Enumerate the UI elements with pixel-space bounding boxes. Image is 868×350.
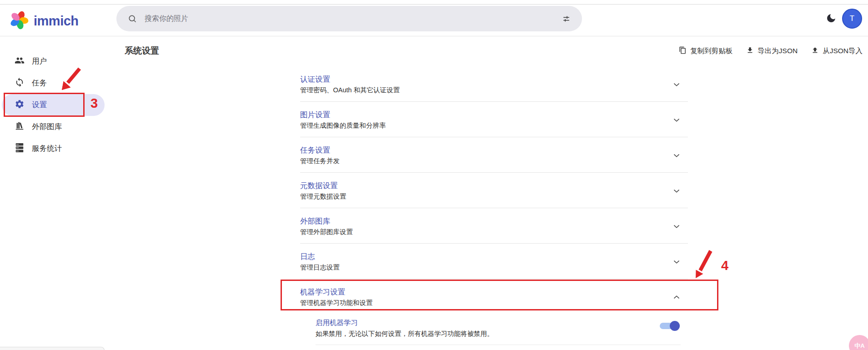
accordion-image-settings[interactable]: 图片设置 管理生成图像的质量和分辨率 (300, 102, 688, 137)
toggle-knob (670, 321, 680, 331)
chevron-down-icon (672, 115, 682, 125)
sync-icon (15, 77, 25, 89)
gear-icon (15, 99, 25, 111)
immich-logo[interactable]: immich (9, 10, 79, 32)
search-filter-icon[interactable] (560, 13, 572, 25)
logo-wordmark: immich (34, 14, 79, 29)
accordion-machine-learning[interactable]: 机器学习设置 管理机器学习功能和设置 (300, 279, 688, 314)
main-header: 系统设置 复制到剪贴板 导出为JSON (116, 36, 868, 65)
section-subtitle: 管理外部图库设置 (300, 227, 672, 236)
settings-toolbar: 复制到剪贴板 导出为JSON 从JSON导入 (679, 36, 863, 65)
section-title: 认证设置 (300, 74, 672, 84)
page-title: 系统设置 (125, 45, 159, 57)
ml-enable-toggle[interactable] (660, 320, 680, 331)
section-title: 图片设置 (300, 110, 672, 120)
copy-to-clipboard-button[interactable]: 复制到剪贴板 (679, 46, 733, 56)
chevron-down-icon (672, 150, 682, 160)
section-title: 外部图库 (300, 216, 672, 226)
accordion-job-settings[interactable]: 任务设置 管理任务并发 (300, 137, 688, 173)
ml-enable-title: 启用机器学习 (316, 318, 681, 328)
copy-label: 复制到剪贴板 (690, 46, 733, 56)
sidebar-item-label: 设置 (32, 100, 47, 110)
accordion-logging[interactable]: 日志 管理日志设置 (300, 244, 688, 279)
sidebar-item-jobs[interactable]: 任务 (0, 72, 116, 94)
import-label: 从JSON导入 (823, 46, 863, 56)
chevron-down-icon (672, 257, 682, 267)
accordion-metadata-settings[interactable]: 元数据设置 管理元数据设置 (300, 173, 688, 208)
settings-accordion-list: 认证设置 管理密码、OAuth 和其它认证设置 图片设置 管理生成图像的质量和分… (300, 66, 688, 345)
accordion-auth-settings[interactable]: 认证设置 管理密码、OAuth 和其它认证设置 (300, 66, 688, 102)
sidebar-item-label: 任务 (32, 78, 47, 88)
sidebar-storage-panel (0, 347, 105, 350)
upload-icon (811, 46, 819, 56)
immich-flower-icon (9, 10, 29, 32)
section-title: 任务设置 (300, 145, 672, 155)
download-icon (746, 46, 754, 56)
section-subtitle: 管理日志设置 (300, 263, 672, 272)
section-subtitle: 管理密码、OAuth 和其它认证设置 (300, 85, 672, 95)
section-subtitle: 管理生成图像的质量和分辨率 (300, 121, 672, 130)
sidebar-item-external-libraries[interactable]: 外部图库 (0, 116, 116, 138)
sidebar-item-label: 服务统计 (32, 144, 62, 154)
admin-sidebar: 用户 任务 设置 外部图库 (0, 36, 116, 350)
section-title: 日志 (300, 251, 672, 261)
avatar[interactable]: T (842, 9, 862, 29)
section-subtitle: 管理机器学习功能和设置 (300, 298, 672, 307)
sidebar-item-label: 用户 (32, 56, 47, 66)
import-json-button[interactable]: 从JSON导入 (811, 46, 863, 56)
search-input[interactable] (145, 15, 554, 23)
export-label: 导出为JSON (758, 46, 798, 56)
sidebar-item-users[interactable]: 用户 (0, 50, 116, 72)
sidebar-item-label: 外部图库 (32, 122, 62, 132)
users-icon (15, 55, 25, 67)
main-content: 系统设置 复制到剪贴板 导出为JSON (116, 36, 868, 350)
search-bar[interactable] (116, 6, 582, 31)
dark-mode-toggle[interactable] (825, 12, 837, 24)
chevron-down-icon (672, 186, 682, 196)
section-title: 机器学习设置 (300, 287, 672, 297)
sidebar-item-settings[interactable]: 设置 (2, 94, 105, 116)
sidebar-item-server-stats[interactable]: 服务统计 (0, 138, 116, 160)
ml-enable-setting: 启用机器学习 如果禁用，无论以下如何设置，所有机器学习功能将被禁用。 (316, 314, 681, 345)
accordion-external-library[interactable]: 外部图库 管理外部图库设置 (300, 208, 688, 244)
section-subtitle: 管理元数据设置 (300, 192, 672, 201)
chevron-down-icon (672, 80, 682, 90)
library-icon (15, 121, 25, 133)
chevron-down-icon (672, 221, 682, 231)
export-json-button[interactable]: 导出为JSON (746, 46, 798, 56)
copy-icon (679, 46, 687, 56)
ml-enable-description: 如果禁用，无论以下如何设置，所有机器学习功能将被禁用。 (316, 329, 681, 338)
app-header: immich T (0, 5, 868, 36)
section-title: 元数据设置 (300, 180, 672, 190)
server-icon (15, 143, 25, 155)
section-subtitle: 管理任务并发 (300, 156, 672, 165)
search-icon (126, 13, 138, 25)
chevron-up-icon (672, 292, 682, 302)
